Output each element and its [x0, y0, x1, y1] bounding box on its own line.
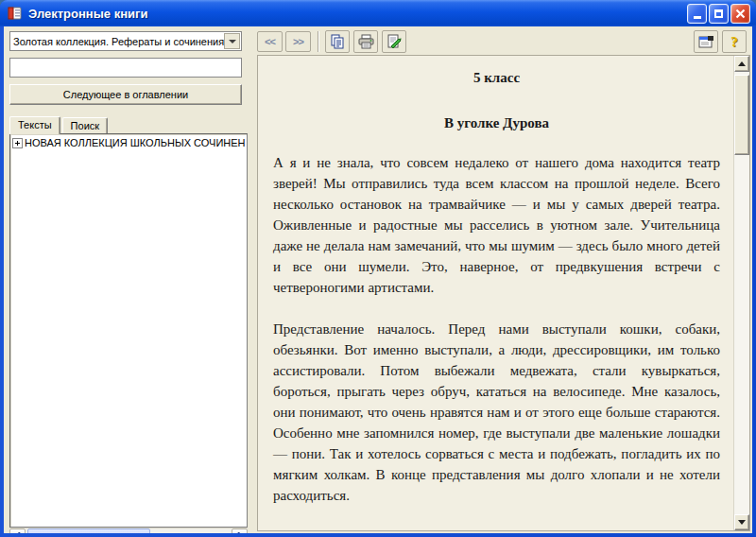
doc-heading-class: 5 класс: [273, 67, 720, 88]
next-in-toc-button[interactable]: Следующее в оглавлении: [9, 84, 242, 105]
scroll-up-button[interactable]: [734, 56, 749, 72]
back-button[interactable]: <<: [257, 31, 283, 52]
help-icon: ?: [730, 34, 738, 50]
scroll-right-button[interactable]: [232, 528, 248, 533]
book-collection-select[interactable]: Золотая коллекция. Рефераты и сочинения …: [9, 31, 242, 51]
chevron-down-icon: [229, 40, 236, 43]
export-button[interactable]: [382, 30, 406, 53]
export-icon: [387, 34, 403, 49]
properties-icon: [698, 35, 714, 49]
scroll-left-button[interactable]: [9, 528, 26, 533]
doc-paragraph: А я и не знала, что совсем недалеко от н…: [273, 152, 720, 298]
document-vertical-scrollbar[interactable]: [733, 56, 749, 530]
properties-button[interactable]: [694, 30, 718, 53]
toc-tree: НОВАЯ КОЛЛЕКЦИЯ ШКОЛЬНЫХ СОЧИНЕНИЙ Д: [9, 133, 248, 528]
print-icon: [358, 34, 374, 49]
minimize-icon: [694, 16, 701, 19]
print-button[interactable]: [353, 30, 378, 53]
tree-horizontal-scrollbar[interactable]: [9, 528, 248, 533]
close-button[interactable]: [730, 4, 750, 24]
window-title: Электронные книги: [28, 7, 687, 21]
minimize-button[interactable]: [687, 4, 707, 24]
maximize-icon: [714, 9, 723, 18]
tree-item[interactable]: НОВАЯ КОЛЛЕКЦИЯ ШКОЛЬНЫХ СОЧИНЕНИЙ Д: [10, 134, 247, 148]
window-body: Золотая коллекция. Рефераты и сочинения …: [4, 26, 752, 533]
combo-dropdown-button[interactable]: [224, 33, 240, 49]
copy-icon: [330, 34, 345, 49]
search-input[interactable]: [9, 58, 242, 78]
book-collection-value: Золотая коллекция. Рефераты и сочинения …: [10, 36, 224, 47]
chevron-right-icon: [237, 532, 243, 533]
main-pane: << >>: [255, 26, 752, 533]
maximize-button[interactable]: [709, 4, 729, 24]
triangle-up-icon: [738, 61, 746, 66]
toolbar: << >>: [257, 28, 750, 55]
doc-heading-title-1: В уголке Дурова: [273, 113, 720, 133]
sidebar-tabs: Тексты Поиск: [9, 116, 110, 134]
close-icon: [735, 9, 746, 19]
chevron-left-icon: [15, 532, 21, 533]
document-viewer: 5 класс В уголке Дурова А я и не знала, …: [257, 55, 750, 531]
scrollbar-track[interactable]: [26, 528, 232, 533]
doc-paragraph: Представление началось. Перед нами высту…: [273, 319, 720, 506]
app-window: Электронные книги Золотая коллекция. Реф…: [0, 0, 756, 537]
book-icon: [8, 6, 24, 21]
scrollbar-thumb[interactable]: [734, 75, 749, 155]
tab-search[interactable]: Поиск: [62, 117, 108, 134]
titlebar[interactable]: Электронные книги: [0, 0, 756, 26]
scroll-down-button[interactable]: [734, 514, 749, 530]
sidebar: Золотая коллекция. Рефераты и сочинения …: [8, 26, 253, 533]
help-button[interactable]: ?: [722, 30, 747, 53]
tab-texts[interactable]: Тексты: [9, 116, 60, 134]
tree-item-label: НОВАЯ КОЛЛЕКЦИЯ ШКОЛЬНЫХ СОЧИНЕНИЙ Д: [25, 137, 245, 148]
copy-button[interactable]: [325, 30, 350, 53]
scrollbar-thumb[interactable]: [27, 528, 150, 533]
triangle-down-icon: [738, 520, 746, 525]
toolbar-separator: [318, 31, 319, 52]
forward-button[interactable]: >>: [285, 31, 311, 52]
document-content[interactable]: 5 класс В уголке Дурова А я и не знала, …: [258, 56, 733, 530]
expand-plus-icon[interactable]: [12, 138, 23, 148]
